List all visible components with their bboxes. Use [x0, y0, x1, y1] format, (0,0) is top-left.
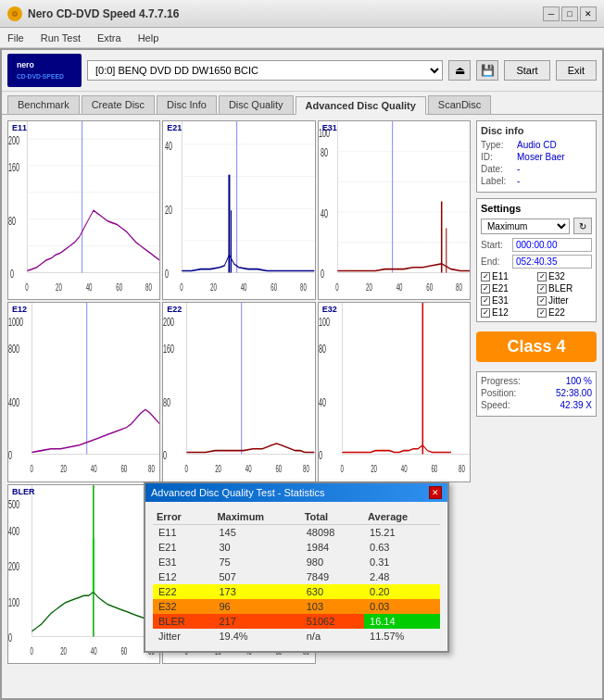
id-label: ID: — [481, 152, 513, 162]
svg-text:80: 80 — [300, 281, 307, 293]
svg-text:100: 100 — [8, 594, 19, 608]
svg-text:20: 20 — [165, 203, 172, 217]
tab-create-disc[interactable]: Create Disc — [82, 95, 155, 114]
svg-text:500: 500 — [8, 496, 19, 510]
menu-run-test[interactable]: Run Test — [37, 31, 84, 45]
svg-text:0: 0 — [165, 267, 169, 281]
settings-title: Settings — [481, 203, 592, 214]
cell-total: 980 — [301, 555, 364, 569]
cb-e32: ✓ — [537, 272, 547, 281]
svg-text:60: 60 — [431, 463, 437, 474]
mode-selector[interactable]: Maximum — [481, 219, 570, 234]
svg-text:0: 0 — [30, 644, 32, 656]
svg-text:20: 20 — [366, 281, 372, 293]
label-label: Label: — [481, 176, 513, 186]
stats-table: Error Maximum Total Average E11 145 4809… — [153, 509, 440, 644]
svg-text:40: 40 — [319, 394, 326, 408]
tab-disc-quality[interactable]: Disc Quality — [219, 95, 294, 114]
disc-info-box: Disc info Type: Audio CD ID: Moser Baer … — [476, 120, 597, 193]
cell-max: 217 — [213, 614, 300, 629]
start-value: 000:00.00 — [512, 238, 592, 252]
table-row-e32: E32 96 103 0.03 — [153, 599, 440, 614]
chart-e11: E11 0 80 160 200 0 20 — [7, 120, 160, 300]
svg-text:20: 20 — [215, 463, 221, 474]
svg-text:200: 200 — [8, 558, 19, 572]
stats-close-button[interactable]: ✕ — [429, 486, 442, 499]
checkbox-e12[interactable]: ✓ E12 — [481, 307, 535, 318]
minimize-button[interactable]: ─ — [543, 6, 560, 21]
save-icon[interactable]: 💾 — [476, 60, 498, 81]
cell-error: BLER — [153, 614, 213, 629]
cell-max: 96 — [213, 599, 300, 614]
cell-total: 103 — [301, 599, 364, 614]
cell-error: E12 — [153, 569, 213, 584]
cell-error: Jitter — [153, 629, 213, 644]
app-title: Nero CD-DVD Speed 4.7.7.16 — [28, 7, 179, 20]
svg-text:0: 0 — [340, 463, 343, 474]
svg-text:20: 20 — [371, 463, 377, 474]
col-total: Total — [301, 509, 364, 525]
checkbox-e11[interactable]: ✓ E11 — [481, 271, 535, 281]
date-value: - — [517, 164, 520, 174]
chart-e22: E22 0 80 160 200 0 20 40 60 80 — [162, 302, 315, 481]
svg-text:40: 40 — [321, 206, 328, 219]
app-icon — [7, 6, 22, 21]
svg-text:80: 80 — [8, 213, 16, 227]
svg-text:0: 0 — [8, 630, 12, 644]
stats-title: Advanced Disc Quality Test - Statistics — [151, 487, 324, 498]
eject-icon[interactable]: ⏏ — [448, 60, 471, 81]
svg-text:800: 800 — [8, 342, 19, 356]
window-controls[interactable]: ─ □ ✕ — [543, 6, 597, 21]
cb-bler: ✓ — [537, 284, 547, 294]
tab-benchmark[interactable]: Benchmark — [7, 95, 80, 114]
svg-text:80: 80 — [303, 463, 309, 474]
cb-e32-label: E32 — [548, 271, 565, 281]
chart-e31: E31 0 40 80 100 0 20 40 60 — [318, 120, 471, 300]
svg-text:0: 0 — [30, 463, 32, 474]
svg-text:0: 0 — [8, 448, 12, 462]
menu-help[interactable]: Help — [134, 31, 163, 45]
cb-e31-label: E31 — [492, 295, 509, 306]
refresh-button[interactable]: ↻ — [573, 218, 592, 234]
svg-text:80: 80 — [321, 145, 328, 159]
drive-selector[interactable]: [0:0] BENQ DVD DD DW1650 BCIC — [87, 60, 443, 81]
cb-jitter-label: Jitter — [548, 295, 569, 306]
checkbox-jitter[interactable]: ✓ Jitter — [537, 295, 592, 306]
cb-e22-label: E22 — [548, 307, 565, 318]
checkbox-e32[interactable]: ✓ E32 — [537, 271, 592, 281]
svg-text:100: 100 — [319, 315, 330, 329]
menu-extra[interactable]: Extra — [94, 31, 125, 45]
chart-e32: E32 0 40 80 100 0 20 40 60 80 — [318, 302, 471, 481]
maximize-button[interactable]: □ — [561, 6, 578, 21]
checkbox-e21[interactable]: ✓ E21 — [481, 283, 535, 294]
tab-disc-info[interactable]: Disc Info — [157, 95, 217, 114]
cell-error: E32 — [153, 599, 213, 614]
cell-total: 630 — [301, 584, 364, 599]
type-value: Audio CD — [517, 140, 557, 150]
menu-file[interactable]: File — [4, 31, 28, 45]
chart-e21: E21 0 20 40 0 20 40 60 80 — [162, 120, 315, 300]
svg-text:60: 60 — [116, 281, 122, 293]
tab-scan-disc[interactable]: ScanDisc — [428, 95, 491, 114]
checkbox-e31[interactable]: ✓ E31 — [481, 295, 535, 306]
svg-text:0: 0 — [181, 281, 183, 293]
checkbox-e22[interactable]: ✓ E22 — [537, 307, 592, 318]
checkbox-bler[interactable]: ✓ BLER — [537, 283, 592, 294]
close-button[interactable]: ✕ — [580, 6, 597, 21]
tab-advanced-disc-quality[interactable]: Advanced Disc Quality — [296, 96, 426, 115]
svg-text:0: 0 — [335, 281, 338, 293]
cell-total: 7849 — [301, 569, 364, 584]
start-button[interactable]: Start — [504, 60, 549, 81]
stats-titlebar: Advanced Disc Quality Test - Statistics … — [145, 483, 447, 502]
exit-button[interactable]: Exit — [556, 60, 597, 81]
end-label: End: — [481, 256, 509, 267]
svg-text:60: 60 — [120, 644, 127, 656]
cb-jitter: ✓ — [537, 296, 547, 306]
cb-e11-label: E11 — [492, 271, 509, 281]
col-maximum: Maximum — [213, 509, 300, 525]
svg-text:400: 400 — [8, 394, 19, 408]
toolbar: nero CD·DVD·SPEED [0:0] BENQ DVD DD DW16… — [2, 50, 602, 92]
end-value: 052:40.35 — [512, 255, 592, 269]
speed-value: 42.39 X — [560, 400, 592, 410]
cell-max: 145 — [213, 525, 300, 541]
